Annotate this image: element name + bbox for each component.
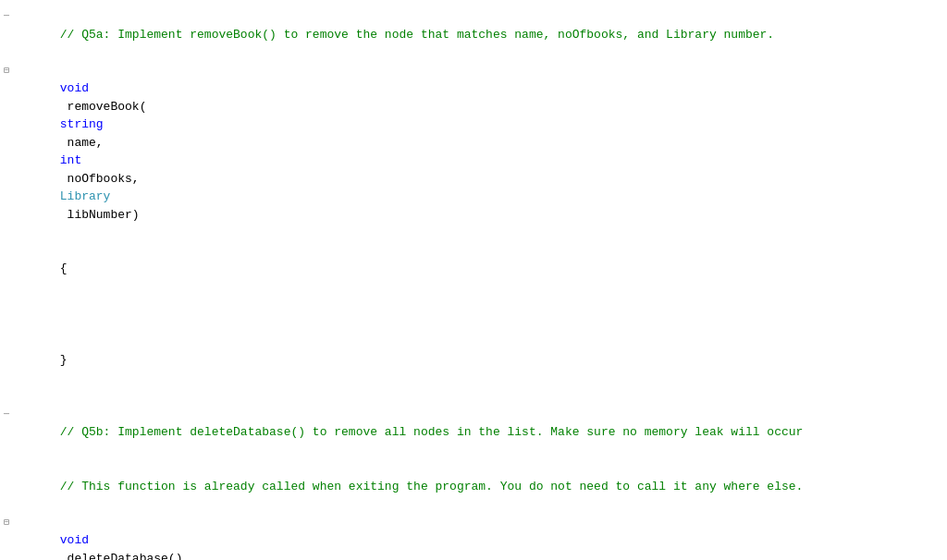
line-9-content: // This function is already called when … (13, 459, 947, 514)
keyword-string: string (60, 117, 104, 131)
brace-open-1: { (60, 262, 68, 275)
func-name-1: removeBook( (60, 100, 147, 114)
line-1-content: // Q5a: Implement removeBook() to remove… (13, 7, 947, 62)
comment-q5b-1: // Q5b: Implement deleteDatabase() to re… (60, 425, 804, 439)
line-3: { (0, 242, 947, 297)
keyword-void-1: void (60, 81, 89, 95)
line-3-content: { (13, 242, 947, 297)
fold-8[interactable]: ─ (0, 406, 13, 421)
keyword-void-2: void (60, 533, 89, 547)
line-5 (0, 314, 947, 333)
param-libnumber: libNumber) (60, 208, 140, 222)
func-name-2: deleteDatabase() (60, 552, 183, 561)
line-5-content (13, 314, 947, 333)
line-2: ⊟ void removeBook( string name, int noOf… (0, 62, 947, 242)
fold-3 (0, 242, 13, 244)
line-2-content: void removeBook( string name, int noOfbo… (13, 62, 947, 242)
line-4 (0, 296, 947, 314)
fold-4 (0, 296, 13, 298)
fold-6 (0, 333, 13, 335)
code-editor: ─ // Q5a: Implement removeBook() to remo… (0, 0, 947, 560)
line-8-content: // Q5b: Implement deleteDatabase() to re… (13, 406, 947, 460)
line-8: ─ // Q5b: Implement deleteDatabase() to … (0, 406, 947, 460)
type-library: Library (60, 189, 111, 203)
line-7-content (13, 387, 947, 406)
fold-2[interactable]: ⊟ (0, 62, 13, 78)
fold-5 (0, 314, 13, 316)
fold-10[interactable]: ⊟ (0, 514, 13, 530)
keyword-int: int (60, 153, 81, 167)
line-6-content: } (13, 333, 947, 387)
line-4-content (13, 296, 947, 314)
line-6: } (0, 333, 947, 387)
line-10: ⊟ void deleteDatabase() (0, 514, 947, 561)
line-1: ─ // Q5a: Implement removeBook() to remo… (0, 7, 947, 62)
fold-1[interactable]: ─ (0, 7, 13, 23)
line-7 (0, 387, 947, 406)
comment-q5b-2: // This function is already called when … (60, 480, 804, 493)
fold-9 (0, 459, 13, 461)
line-9: // This function is already called when … (0, 459, 947, 514)
fold-7 (0, 387, 13, 389)
comment-q5a: // Q5a: Implement removeBook() to remove… (60, 28, 774, 42)
param-noofbooks: noOfbooks, (60, 172, 147, 186)
brace-close-1: } (60, 353, 68, 367)
line-10-content: void deleteDatabase() (13, 514, 947, 561)
param-name: name, (60, 136, 111, 150)
